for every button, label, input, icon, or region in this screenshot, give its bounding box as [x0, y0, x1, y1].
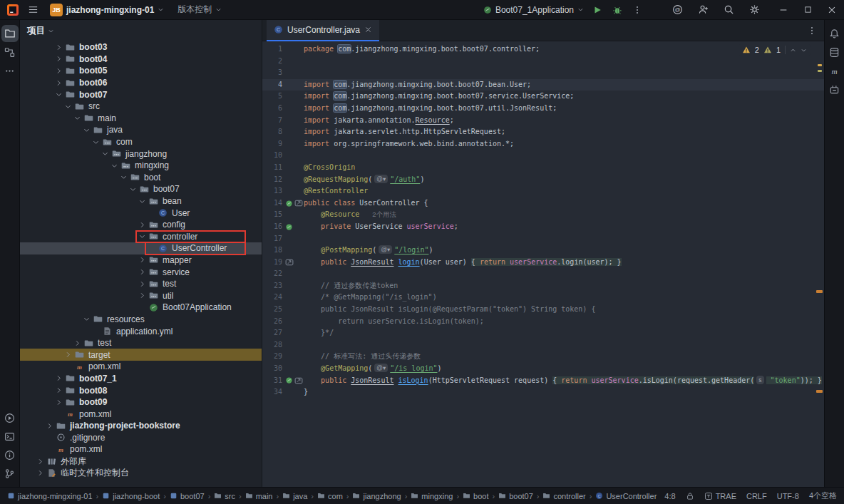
code-line-15[interactable]: 15 @Resource 2个用法 — [262, 209, 824, 221]
tree-item-boot07[interactable]: boot07 — [20, 183, 262, 195]
spring-bean-gutter-icon[interactable] — [285, 223, 293, 231]
code-line-28[interactable]: 28 — [262, 339, 824, 351]
debug-button[interactable] — [611, 4, 624, 16]
window-close-button[interactable] — [820, 0, 844, 19]
chevron-down-icon[interactable] — [53, 91, 64, 98]
terminal-icon[interactable] — [1, 428, 19, 445]
code-line-18[interactable]: 18 @PostMapping(@▾"/login") — [262, 245, 824, 257]
tree-item-boot08[interactable]: boot08 — [20, 384, 262, 396]
code-line-4[interactable]: 4import com.jiangzhong.mingxing.boot.boo… — [262, 79, 824, 91]
project-folder-icon[interactable] — [1, 25, 19, 42]
chevron-right-icon[interactable] — [63, 351, 73, 359]
code-line-19[interactable]: 19 public JsonResult login(User user) { … — [262, 257, 824, 269]
chevron-right-icon[interactable] — [137, 268, 148, 276]
tree-item-Boot07Application[interactable]: Boot07Application — [20, 302, 262, 314]
code-line-27[interactable]: 27 }*/ — [262, 327, 824, 339]
chevron-right-icon[interactable] — [137, 256, 148, 264]
tree-item-src[interactable]: src — [20, 101, 262, 113]
code-line-5[interactable]: 5import com.jiangzhong.mingxing.boot.boo… — [262, 91, 824, 103]
indent-style[interactable]: 4个空格 — [809, 490, 837, 501]
breadcrumb-item-src[interactable]: src — [212, 492, 237, 500]
chevron-right-icon[interactable] — [35, 458, 46, 466]
tree-item-外部库[interactable]: 外部库 — [20, 456, 262, 468]
code-line-24[interactable]: 24 /* @GetMapping("/is_login") — [262, 292, 824, 304]
line-separator[interactable]: CRLF — [746, 492, 767, 500]
main-menu-icon[interactable] — [26, 3, 40, 16]
breadcrumb-item-controller[interactable]: controller — [541, 492, 587, 500]
endpoint-gutter-icon[interactable] — [294, 376, 303, 385]
chevron-right-icon[interactable] — [53, 398, 64, 406]
tab-close-icon[interactable] — [364, 26, 372, 34]
tree-item-resources[interactable]: resources — [20, 314, 262, 326]
tree-item-util[interactable]: util — [20, 289, 262, 302]
code-with-me-icon[interactable] — [696, 3, 710, 16]
tree-item-boot06[interactable]: boot06 — [20, 77, 262, 89]
chevron-right-icon[interactable] — [53, 374, 64, 382]
chevron-right-icon[interactable] — [35, 469, 46, 477]
chevron-down-icon[interactable] — [128, 185, 138, 193]
code-editor[interactable]: 1package com.jiangzhong.mingxing.boot.bo… — [262, 41, 824, 487]
tree-item-boot[interactable]: boot — [20, 172, 262, 184]
previous-problem-icon[interactable] — [790, 47, 796, 53]
run-button[interactable] — [591, 4, 604, 16]
tab-usercontroller[interactable]: C UserController.java — [267, 20, 379, 41]
chevron-down-icon[interactable] — [118, 173, 129, 181]
tree-item-boot03[interactable]: boot03 — [20, 41, 262, 53]
window-maximize-button[interactable] — [796, 0, 820, 19]
tree-item-pom.xml[interactable]: mpom.xml — [20, 443, 262, 456]
code-line-34[interactable]: 34} — [262, 386, 824, 398]
tree-item-main[interactable]: main — [20, 113, 262, 125]
tree-item-UserController[interactable]: CUserController — [20, 242, 262, 254]
breadcrumb-item-boot07[interactable]: boot07 — [497, 492, 535, 500]
project-panel-header[interactable]: 项目 — [20, 20, 262, 41]
chevron-right-icon[interactable] — [72, 339, 83, 347]
spring-bean-gutter-icon[interactable] — [285, 200, 293, 207]
tree-item-bean[interactable]: bean — [20, 195, 262, 207]
tree-item-pom.xml[interactable]: mpom.xml — [20, 361, 262, 373]
tree-item-mingxing[interactable]: mingxing — [20, 160, 262, 172]
code-line-12[interactable]: 12@RequestMapping(@▾"/auth") — [262, 174, 824, 186]
tree-item-mapper[interactable]: mapper — [20, 254, 262, 267]
code-line-2[interactable]: 2 — [262, 56, 824, 68]
problems-icon[interactable] — [1, 446, 19, 463]
structure-icon[interactable] — [1, 43, 19, 61]
readonly-lock-icon[interactable] — [686, 492, 694, 500]
code-line-30[interactable]: 30 @GetMapping(@▾"/is_login") — [262, 363, 824, 375]
chevron-right-icon[interactable] — [44, 422, 55, 430]
tree-item-com[interactable]: com — [20, 136, 262, 148]
window-minimize-button[interactable] — [771, 0, 796, 19]
breadcrumb-item-mingxing[interactable]: mingxing — [409, 492, 454, 500]
chevron-right-icon[interactable] — [53, 43, 64, 51]
chevron-right-icon[interactable] — [53, 386, 64, 394]
chevron-down-icon[interactable] — [81, 315, 92, 323]
chevron-down-icon[interactable] — [72, 114, 83, 122]
chevron-right-icon[interactable] — [53, 79, 64, 87]
code-line-6[interactable]: 6import com.jiangzhong.mingxing.boot.boo… — [262, 103, 824, 115]
chevron-right-icon[interactable] — [137, 221, 148, 229]
endpoint-gutter-icon[interactable] — [294, 199, 303, 207]
breadcrumb-item-jiazhong-mingxing-01[interactable]: jiazhong-mingxing-01 — [6, 492, 94, 500]
tree-item-boot05[interactable]: boot05 — [20, 65, 262, 77]
code-line-25[interactable]: 25 public JsonResult isLogin(@RequestPar… — [262, 304, 824, 316]
breadcrumb-item-main[interactable]: main — [244, 492, 274, 500]
tree-item-java[interactable]: java — [20, 124, 262, 136]
vcs-widget[interactable]: 版本控制 — [174, 2, 225, 17]
tab-options-icon[interactable] — [807, 26, 817, 36]
search-everywhere-icon[interactable] — [722, 3, 736, 16]
inspection-widget[interactable]: 2 1 — [738, 44, 811, 56]
tree-item-controller[interactable]: controller — [20, 231, 262, 243]
spring-bean-gutter-icon[interactable] — [285, 376, 293, 384]
caret-position[interactable]: 4:8 — [664, 492, 675, 500]
breadcrumb-item-java[interactable]: java — [281, 492, 309, 500]
database-icon[interactable] — [826, 43, 843, 61]
tree-item-application.yml[interactable]: application.yml — [20, 325, 262, 337]
code-line-17[interactable]: 17 — [262, 233, 824, 245]
tree-item-test[interactable]: test — [20, 337, 262, 349]
dependencies-icon[interactable] — [826, 81, 843, 98]
tree-item-boot09[interactable]: boot09 — [20, 396, 262, 408]
code-line-22[interactable]: 22 — [262, 268, 824, 280]
code-line-9[interactable]: 9import org.springframework.web.bind.ann… — [262, 138, 824, 150]
more-run-options-icon[interactable] — [631, 4, 644, 16]
code-line-14[interactable]: 14public class UserController { — [262, 197, 824, 210]
run-tool-icon[interactable] — [1, 409, 19, 426]
